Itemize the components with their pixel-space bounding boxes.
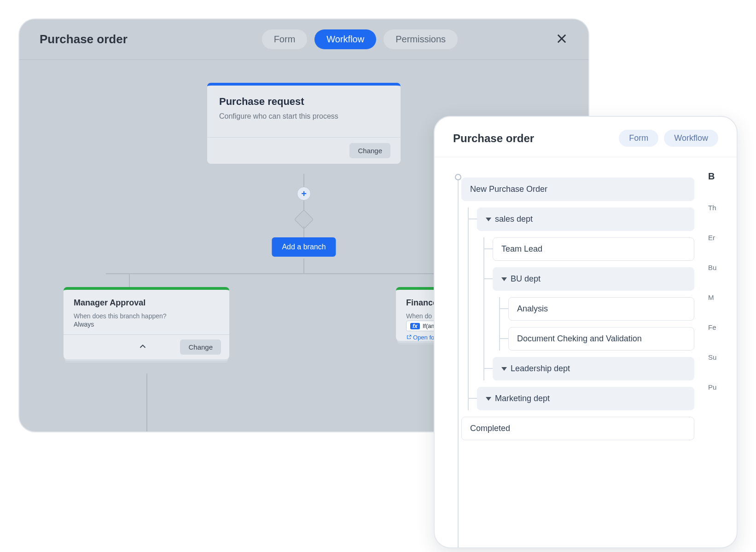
branch-title: Manager Approval bbox=[74, 298, 219, 308]
external-link-icon bbox=[406, 334, 412, 340]
close-button[interactable] bbox=[555, 32, 568, 47]
outline-header: Purchase order Form Workflow bbox=[435, 117, 737, 157]
node-label: Completed bbox=[470, 424, 510, 433]
tab-permissions[interactable]: Permissions bbox=[384, 29, 458, 49]
form-heading-fragment: B bbox=[708, 171, 718, 182]
add-step-button[interactable]: + bbox=[297, 187, 311, 201]
form-label-fragment: Fe bbox=[708, 323, 718, 331]
tab-form[interactable]: Form bbox=[619, 130, 658, 147]
form-subtitle-fragment: Th bbox=[708, 204, 718, 212]
tree-node-leadership-dept[interactable]: Leadership dept bbox=[493, 357, 694, 380]
tree-node-marketing-dept[interactable]: Marketing dept bbox=[477, 387, 694, 410]
form-label-fragment: M bbox=[708, 293, 718, 301]
outline-tabs: Form Workflow bbox=[619, 130, 718, 147]
page-title: Purchase order bbox=[40, 32, 128, 46]
start-node-subtitle: Configure who can start this process bbox=[219, 112, 389, 121]
formula-icon: fx bbox=[410, 323, 420, 329]
node-label: Document Cheking and Validation bbox=[517, 334, 642, 344]
caret-down-icon bbox=[501, 277, 507, 281]
connector-line bbox=[303, 174, 304, 187]
change-button[interactable]: Change bbox=[349, 143, 390, 158]
tree-node-bu-dept[interactable]: BU dept bbox=[493, 267, 694, 291]
tab-workflow[interactable]: Workflow bbox=[314, 29, 376, 49]
form-label-fragment: Er bbox=[708, 234, 718, 242]
outline-body: New Purchase Order sales dept T bbox=[435, 157, 737, 546]
tree-node-completed[interactable]: Completed bbox=[461, 417, 694, 440]
branch-card-manager-approval[interactable]: Manager Approval When does this branch h… bbox=[64, 287, 229, 359]
branch-footer: Change bbox=[64, 334, 229, 359]
node-label: New Purchase Order bbox=[470, 184, 547, 194]
close-icon bbox=[555, 32, 568, 45]
plus-icon: + bbox=[301, 189, 307, 199]
node-label: Leadership dept bbox=[511, 364, 570, 374]
chevron-up-icon bbox=[138, 341, 148, 351]
tree-node-sales-dept[interactable]: sales dept bbox=[477, 207, 694, 231]
connector-line bbox=[146, 374, 147, 432]
caret-down-icon bbox=[501, 367, 507, 371]
caret-down-icon bbox=[486, 218, 491, 221]
caret-down-icon bbox=[486, 397, 491, 401]
page-title: Purchase order bbox=[453, 132, 534, 145]
start-node-footer: Change bbox=[207, 137, 401, 164]
builder-header: Purchase order Form Workflow Permissions bbox=[19, 19, 588, 60]
node-label: Analysis bbox=[517, 304, 548, 314]
node-label: sales dept bbox=[495, 214, 533, 224]
tab-form[interactable]: Form bbox=[262, 29, 308, 49]
start-node[interactable]: Purchase request Configure who can start… bbox=[207, 83, 401, 164]
connector-line bbox=[303, 226, 304, 237]
node-label: Marketing dept bbox=[495, 394, 550, 403]
node-label: Team Lead bbox=[501, 244, 542, 254]
connector-line bbox=[303, 259, 304, 273]
workflow-tree: New Purchase Order sales dept T bbox=[453, 171, 694, 546]
form-panel-peek: B Th Er Bu M Fe Su Pu bbox=[708, 171, 718, 546]
start-node-title: Purchase request bbox=[219, 96, 389, 108]
connector-line bbox=[129, 273, 130, 287]
add-branch-button[interactable]: Add a branch bbox=[272, 237, 336, 257]
builder-tabs: Form Workflow Permissions bbox=[164, 29, 555, 49]
form-label-fragment: Bu bbox=[708, 264, 718, 271]
branch-condition-label: When does this branch happen? bbox=[74, 312, 219, 320]
tree-node-doc-check[interactable]: Document Cheking and Validation bbox=[508, 327, 694, 351]
collapse-toggle[interactable] bbox=[138, 341, 148, 353]
tab-workflow[interactable]: Workflow bbox=[664, 130, 718, 147]
tree-node-analysis[interactable]: Analysis bbox=[508, 297, 694, 321]
form-label-fragment: Pu bbox=[708, 383, 718, 391]
change-button[interactable]: Change bbox=[180, 339, 221, 355]
node-label: BU dept bbox=[511, 274, 541, 284]
workflow-outline-window: Purchase order Form Workflow New Purchas… bbox=[434, 116, 738, 548]
tree-node-root[interactable]: New Purchase Order bbox=[461, 178, 694, 201]
branch-condition-value: Always bbox=[74, 321, 219, 328]
form-label-fragment: Su bbox=[708, 353, 718, 361]
tree-node-team-lead[interactable]: Team Lead bbox=[493, 237, 694, 261]
